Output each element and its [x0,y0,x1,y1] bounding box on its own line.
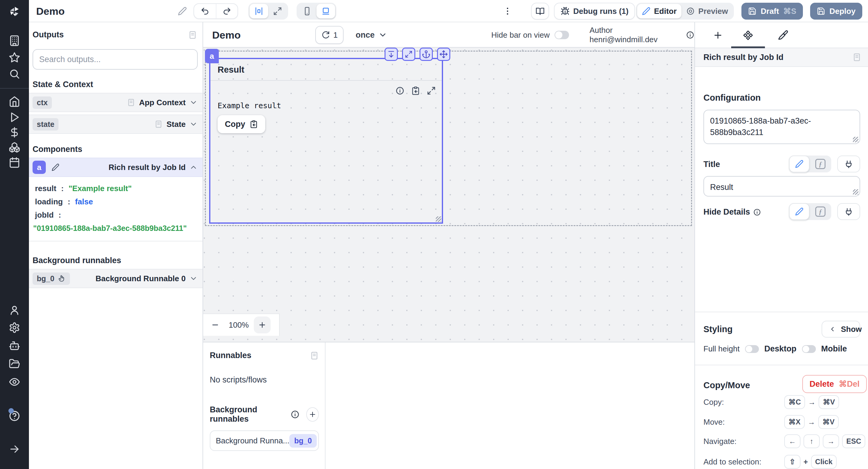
sidebar-item-runs[interactable] [0,112,29,123]
expand-down-button[interactable] [384,48,398,61]
main-sidebar [0,0,29,469]
outputs-panel: Outputs State & Context ctx App Context … [29,22,203,469]
sidebar-item-help[interactable] [0,410,29,422]
info-icon[interactable] [396,86,404,95]
sidebar-item-settings[interactable] [0,322,29,333]
info-icon[interactable] [290,410,300,419]
debug-runs-button[interactable]: Debug runs (1) [554,3,635,20]
anchor-button[interactable] [420,48,433,61]
desktop-view-toggle[interactable] [316,4,335,19]
refresh-mode-dropdown[interactable]: once [355,30,387,40]
more-menu-button[interactable] [503,0,513,22]
hide-details-connect-button[interactable] [837,203,860,220]
component-resize-handle[interactable] [436,216,441,222]
center-layout-toggle[interactable] [250,4,268,19]
rename-component-button[interactable] [49,161,62,174]
chevron-down-icon[interactable] [189,274,198,283]
output-key[interactable]: jobId [35,210,54,220]
bug-icon [561,7,569,16]
app-canvas[interactable]: Result Example result Copy a [203,48,694,342]
sidebar-item-users[interactable] [0,305,29,316]
desktop-mobile-toggle[interactable] [802,345,816,353]
static-mode-button[interactable] [789,203,809,220]
sidebar-item-home[interactable] [0,96,29,107]
tab-editor[interactable]: Editor [637,4,681,19]
output-key[interactable]: loading [35,197,63,207]
expr-mode-button[interactable]: ƒ [809,159,831,169]
tab-preview[interactable]: Preview [681,4,733,19]
deploy-button[interactable]: Deploy [810,3,862,20]
background-runnables-title: Background runnables [29,242,203,269]
sidebar-item-schedules[interactable] [0,157,29,168]
background-runnable-row[interactable]: bg_0 Background Runnable 0 [29,269,203,288]
search-outputs-input[interactable] [39,55,191,64]
zoom-out-button[interactable] [207,316,224,333]
clipboard-copy-icon[interactable] [411,86,420,95]
copy-move-title: Copy/Move [704,380,750,390]
refresh-count-button[interactable]: 1 [315,26,344,44]
sidebar-item-resources[interactable] [0,142,29,153]
windmill-logo[interactable] [0,5,29,19]
sidebar-item-search[interactable] [0,68,29,80]
sidebar-item-folders[interactable] [0,358,29,370]
tab-global-styling[interactable] [766,22,800,48]
tab-component-settings[interactable] [731,22,765,48]
component-type-label: Rich result by Job Id [108,163,186,172]
static-mode-button[interactable] [789,156,809,173]
full-height-toggle[interactable] [745,345,759,353]
hide-bar-toggle[interactable] [555,31,569,39]
component-row-a[interactable]: a Rich result by Job Id [29,158,203,177]
title-input[interactable]: Result [704,176,860,196]
sidebar-item-workers[interactable] [0,340,29,351]
fullsize-button[interactable] [402,48,415,61]
sidebar-item-workspace[interactable] [0,35,29,46]
styling-title: Styling [704,324,733,334]
job-id-input[interactable]: 01910865-188a-bab7-a3ec-588b9ba3c211 [704,110,860,144]
draft-button[interactable]: Draft ⌘S [741,3,803,20]
shortcut-row-navigate: Navigate: ← ↑ → ESC [704,434,860,448]
sidebar-item-audit[interactable] [0,376,29,387]
chevron-up-icon[interactable] [189,163,198,171]
info-icon[interactable] [753,208,761,216]
maximize-icon[interactable] [427,86,436,95]
show-styling-button[interactable]: Show [822,321,860,338]
fullscreen-toggle[interactable] [268,4,287,19]
mobile-view-toggle[interactable] [298,4,316,19]
configuration-title: Configuration [704,93,761,103]
info-icon[interactable] [686,31,694,39]
component-tag-badge[interactable]: a [205,49,219,63]
divider [695,312,868,312]
tab-insert-component[interactable] [701,22,735,48]
sidebar-expand-button[interactable] [0,444,29,455]
chevron-down-icon[interactable] [189,98,198,107]
bg-runnable-badge: bg_0 [289,434,316,447]
zoom-in-button[interactable] [254,316,271,333]
sidebar-item-variables[interactable] [0,127,29,138]
output-key[interactable]: result [35,184,56,193]
canvas-app-title: Demo [212,29,241,41]
preview-label: Preview [698,7,728,16]
delete-component-button[interactable]: Delete ⌘Del [802,375,867,393]
save-icon [748,7,756,15]
doc-icon[interactable] [310,351,319,360]
plug-icon [844,207,853,216]
edit-title-button[interactable] [178,0,187,22]
doc-icon[interactable] [852,53,861,62]
state-row[interactable]: state State [29,115,203,134]
expr-mode-button[interactable]: ƒ [809,207,831,217]
add-background-runnable-button[interactable] [306,407,319,422]
runnable-detail-empty [326,342,694,469]
kbd-key: ← [784,434,801,448]
sidebar-item-favorites[interactable] [0,52,29,63]
chevron-down-icon[interactable] [189,120,198,128]
move-button[interactable] [437,48,450,61]
undo-button[interactable] [194,4,216,19]
doc-icon[interactable] [188,30,197,39]
redo-button[interactable] [216,4,238,19]
ctx-row[interactable]: ctx App Context [29,93,203,112]
title-connect-button[interactable] [837,156,860,173]
background-runnable-item[interactable]: Background Runna... bg_0 [210,430,319,451]
rich-result-component[interactable]: Result Example result Copy [209,58,443,224]
docs-button[interactable] [531,3,549,20]
copy-result-button[interactable]: Copy [218,115,265,133]
